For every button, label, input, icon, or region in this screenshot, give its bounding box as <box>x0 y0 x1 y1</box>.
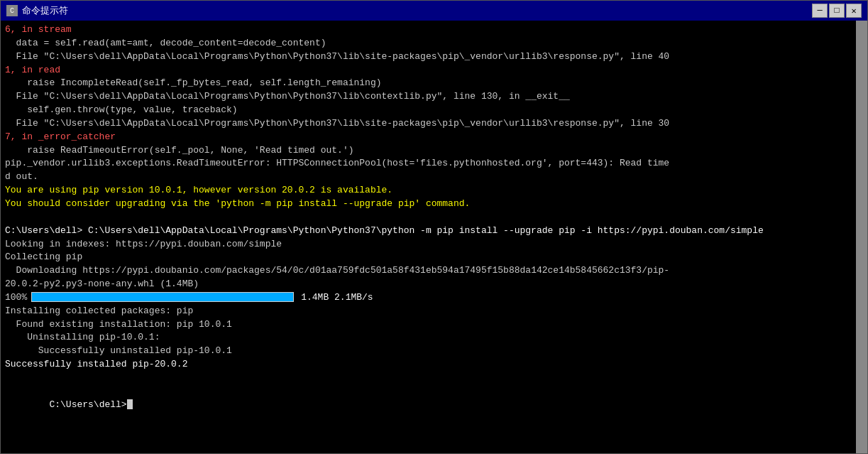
terminal-line: data = self.read(amt=amt, decode_content… <box>5 37 852 50</box>
terminal-line: You should consider upgrading via the 'p… <box>5 198 852 211</box>
window: C 命令提示符 ─ □ ✕ 6, in stream data = self.r… <box>0 0 868 454</box>
terminal-wrapper: 6, in stream data = self.read(amt=amt, d… <box>1 21 867 453</box>
terminal-line: raise ReadTimeoutError(self._pool, None,… <box>5 144 852 158</box>
terminal-line: 20.0.2-py2.py3-none-any.whl (1.4MB) <box>5 278 852 291</box>
title-bar: C 命令提示符 ─ □ ✕ <box>1 1 867 21</box>
terminal-line: raise IncompleteRead(self._fp_bytes_read… <box>5 77 852 90</box>
terminal-line: 1, in read <box>5 64 852 77</box>
command-prompt-line: C:\Users\dell> <box>5 385 852 426</box>
scrollbar[interactable] <box>856 21 867 453</box>
maximize-button[interactable]: □ <box>829 4 845 18</box>
terminal-line: 6, in stream <box>5 23 852 37</box>
cursor <box>127 399 133 409</box>
terminal-line: self.gen.throw(type, value, traceback) <box>5 104 852 117</box>
prompt-text: C:\Users\dell> <box>49 399 126 410</box>
terminal-line: You are using pip version 10.0.1, howeve… <box>5 184 852 198</box>
progress-fill <box>32 293 293 301</box>
terminal-line: Found existing installation: pip 10.0.1 <box>5 318 852 332</box>
title-bar-left: C 命令提示符 <box>6 4 68 17</box>
progress-line: 100% 1.4MB 2.1MB/s <box>5 291 852 305</box>
terminal[interactable]: 6, in stream data = self.read(amt=amt, d… <box>1 21 856 453</box>
terminal-line: Collecting pip <box>5 251 852 264</box>
terminal-line: 7, in _error_catcher <box>5 131 852 144</box>
terminal-line <box>5 372 852 385</box>
terminal-line: Installing collected packages: pip <box>5 305 852 318</box>
progress-bar <box>31 292 294 302</box>
minimize-button[interactable]: ─ <box>812 4 828 18</box>
progress-percent: 100% <box>5 291 27 305</box>
terminal-line: Downloading https://pypi.doubanio.com/pa… <box>5 264 852 278</box>
terminal-line: C:\Users\dell> C:\Users\dell\AppData\Loc… <box>5 225 852 238</box>
app-icon: C <box>6 5 18 16</box>
terminal-line: File "C:\Users\dell\AppData\Local\Progra… <box>5 90 852 104</box>
terminal-line: Successfully uninstalled pip-10.0.1 <box>5 345 852 358</box>
window-title: 命令提示符 <box>22 4 68 17</box>
terminal-line: d out. <box>5 171 852 184</box>
terminal-line: File "C:\Users\dell\AppData\Local\Progra… <box>5 117 852 131</box>
progress-stats: 1.4MB 2.1MB/s <box>301 291 373 305</box>
title-bar-controls: ─ □ ✕ <box>812 4 862 18</box>
close-button[interactable]: ✕ <box>846 4 862 18</box>
terminal-line: Looking in indexes: https://pypi.douban.… <box>5 238 852 252</box>
terminal-line: pip._vendor.urllib3.exceptions.ReadTimeo… <box>5 157 852 171</box>
terminal-line: File "C:\Users\dell\AppData\Local\Progra… <box>5 50 852 64</box>
progress-bar-container <box>31 291 294 305</box>
terminal-line <box>5 211 852 225</box>
terminal-line: Successfully installed pip-20.0.2 <box>5 358 852 372</box>
terminal-line: Uninstalling pip-10.0.1: <box>5 331 852 345</box>
